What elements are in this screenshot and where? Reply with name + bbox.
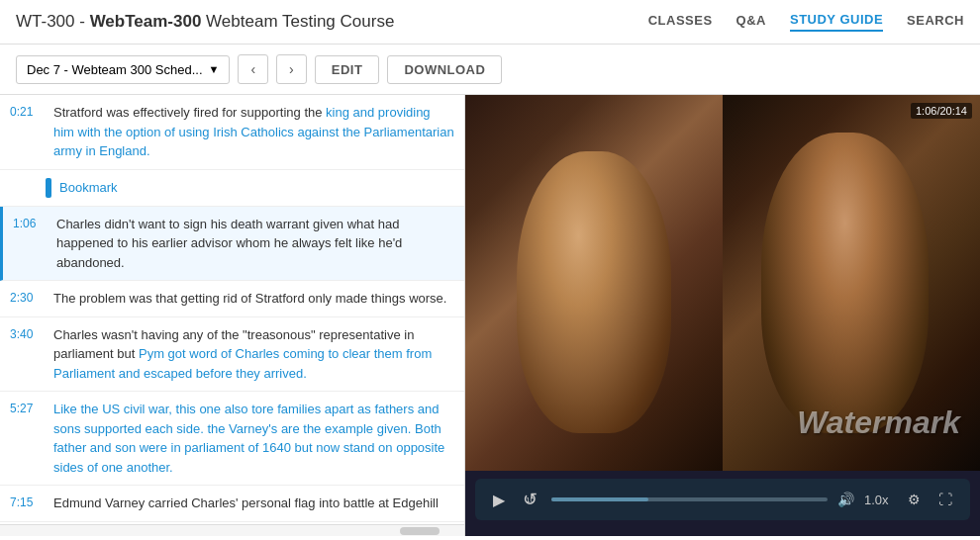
transcript-time[interactable]: 1:06 (13, 215, 49, 230)
toolbar: Dec 7 - Webteam 300 Sched... ▼ ‹ › EDIT … (0, 45, 980, 95)
download-button[interactable]: DOWNLOAD (387, 55, 502, 84)
title-suffix: Webteam Testing Course (201, 12, 394, 31)
transcript-time[interactable]: 5:27 (10, 400, 46, 415)
nav-qa[interactable]: Q&A (736, 13, 766, 31)
settings-button[interactable]: ⚙ (904, 490, 925, 509)
transcript-row: 7:15 Edmund Varney carried Charles' pers… (0, 486, 464, 522)
volume-icon: 🔊 (837, 492, 854, 507)
next-icon: › (289, 61, 294, 77)
transcript-row-active: 1:06 Charles didn't want to sign his dea… (0, 207, 464, 282)
transcript-time[interactable]: 2:30 (10, 289, 46, 305)
page-title: WT-300 - WebTeam-300 Webteam Testing Cou… (16, 12, 394, 32)
transcript-time[interactable]: 0:21 (10, 103, 46, 119)
transcript-panel: 0:21 Stratford was effectively fired for… (0, 95, 465, 536)
transcript-text: Like the US civil war, this one also tor… (46, 400, 454, 477)
nav-study-guide[interactable]: STUDY GUIDE (790, 12, 883, 32)
edit-button[interactable]: EDIT (315, 55, 380, 84)
main-content: 0:21 Stratford was effectively fired for… (0, 95, 980, 536)
title-bold: WebTeam-300 (90, 12, 202, 31)
fullscreen-button[interactable]: ⛶ (934, 490, 956, 509)
horizontal-scrollbar[interactable] (0, 524, 464, 536)
header-nav: CLASSES Q&A STUDY GUIDE SEARCH (648, 12, 964, 32)
portrait-left (465, 95, 723, 471)
transcript-text: Charles wasn't having any of the "treaso… (46, 325, 454, 384)
rewind-button[interactable]: ↺ 10 (519, 487, 541, 512)
nav-search[interactable]: SEARCH (907, 13, 964, 31)
bookmark-row: Bookmark (0, 170, 464, 207)
session-label: Dec 7 - Webteam 300 Sched... (27, 62, 203, 77)
video-timestamp: 1:06/20:14 (911, 103, 972, 119)
play-button[interactable]: ▶ (489, 489, 509, 511)
transcript-time[interactable]: 7:15 (10, 494, 46, 509)
title-prefix: WT-300 - (16, 12, 90, 31)
next-button[interactable]: › (276, 54, 307, 84)
play-icon: ▶ (493, 491, 505, 509)
h-scrollbar-thumb (400, 527, 440, 535)
transcript-text: The problem was that getting rid of Stra… (46, 289, 454, 309)
bookmark-label: Bookmark (59, 180, 118, 195)
bookmark-indicator (46, 178, 51, 198)
chevron-down-icon: ▼ (209, 63, 220, 75)
progress-fill (551, 497, 648, 501)
watermark-text: Watermark (797, 405, 960, 441)
transcript-row: 3:40 Charles wasn't having any of the "t… (0, 317, 464, 393)
transcript-text: Stratford was effectively fired for supp… (46, 103, 454, 161)
settings-icon: ⚙ (908, 492, 921, 507)
transcript-time[interactable]: 3:40 (10, 325, 46, 341)
transcript-row: 5:27 Like the US civil war, this one als… (0, 392, 464, 486)
transcript-scroll[interactable]: 0:21 Stratford was effectively fired for… (0, 95, 464, 524)
transcript-text: Edmund Varney carried Charles' personal … (46, 494, 454, 513)
fullscreen-icon: ⛶ (938, 492, 952, 507)
nav-classes[interactable]: CLASSES (648, 13, 713, 31)
transcript-row: 0:21 Stratford was effectively fired for… (0, 95, 464, 170)
rewind-label: 10 (526, 495, 535, 504)
session-dropdown[interactable]: Dec 7 - Webteam 300 Sched... ▼ (16, 55, 230, 84)
prev-icon: ‹ (250, 61, 255, 77)
transcript-text: Charles didn't want to sign his death wa… (49, 215, 454, 273)
prev-button[interactable]: ‹ (238, 54, 268, 84)
video-container: 1:06/20:14 Watermark (465, 95, 980, 471)
video-controls: ▶ ↺ 10 🔊 1.0x ⚙ ⛶ (475, 479, 970, 520)
progress-bar[interactable] (551, 497, 828, 501)
header: WT-300 - WebTeam-300 Webteam Testing Cou… (0, 0, 980, 45)
speed-label: 1.0x (864, 493, 894, 507)
transcript-row: 2:30 The problem was that getting rid of… (0, 281, 464, 317)
video-panel: 1:06/20:14 Watermark ▶ ↺ 10 🔊 1.0x ⚙ ⛶ (465, 95, 980, 536)
